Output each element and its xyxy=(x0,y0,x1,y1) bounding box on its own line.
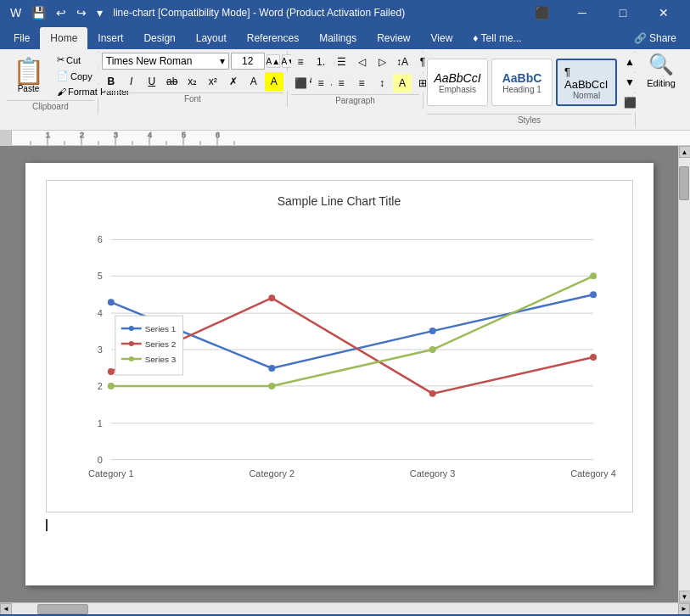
svg-point-45 xyxy=(590,354,597,361)
ribbon: 📋 Paste ✂ Cut 📄 Copy 🖌 Format Painter Cl… xyxy=(0,49,690,131)
scroll-left-button[interactable]: ◄ xyxy=(0,603,12,615)
word-icon[interactable]: W xyxy=(7,4,25,21)
tab-mailings[interactable]: Mailings xyxy=(309,27,367,49)
tab-layout[interactable]: Layout xyxy=(186,27,237,49)
svg-text:2: 2 xyxy=(97,381,102,391)
font-label: Font xyxy=(102,92,283,105)
customize-qa-button[interactable]: ▾ xyxy=(93,4,106,21)
horizontal-scrollbar[interactable]: ◄ ► xyxy=(0,602,690,614)
svg-point-40 xyxy=(429,328,435,334)
style-emphasis[interactable]: AaBbCcI Emphasis xyxy=(427,59,488,106)
svg-point-58 xyxy=(128,356,133,361)
svg-text:Category 2: Category 2 xyxy=(249,468,295,479)
style-emphasis-label: Emphasis xyxy=(439,85,476,94)
paste-button[interactable]: 📋 Paste xyxy=(7,56,50,96)
tab-file[interactable]: File xyxy=(3,27,40,49)
scroll-up-button[interactable]: ▲ xyxy=(679,146,691,158)
styles-label: Styles xyxy=(427,114,631,126)
svg-point-38 xyxy=(107,299,114,305)
text-highlight-button[interactable]: A xyxy=(265,72,283,91)
ribbon-collapse-button[interactable]: ⬛ xyxy=(522,0,561,25)
h-scroll-track[interactable] xyxy=(12,603,678,614)
subscript-button[interactable]: x₂ xyxy=(183,72,202,91)
document-scroll-area[interactable]: Sample Line Chart Title xyxy=(0,146,678,602)
style-heading1-preview: AaBbC xyxy=(502,71,542,85)
svg-point-52 xyxy=(128,326,133,331)
save-button[interactable]: 💾 xyxy=(28,4,49,21)
h-scroll-thumb[interactable] xyxy=(37,604,88,614)
svg-point-49 xyxy=(590,272,597,279)
tab-view[interactable]: View xyxy=(421,27,463,49)
font-size-selector[interactable]: 12 xyxy=(231,53,265,70)
superscript-button[interactable]: x² xyxy=(204,72,222,91)
minimize-button[interactable]: ─ xyxy=(563,0,602,25)
line-spacing-button[interactable]: ↕ xyxy=(373,74,391,92)
bold-button[interactable]: B xyxy=(102,72,121,91)
scroll-right-button[interactable]: ► xyxy=(678,603,690,615)
strikethrough-button[interactable]: ab xyxy=(163,72,182,91)
shading-button[interactable]: A xyxy=(393,74,412,92)
svg-text:Series 2: Series 2 xyxy=(144,339,176,349)
font-name-dropdown-icon: ▾ xyxy=(220,55,225,67)
tab-home[interactable]: Home xyxy=(40,27,87,49)
tab-tell-me[interactable]: ♦ Tell me... xyxy=(463,27,531,49)
sort-button[interactable]: ↕A xyxy=(393,53,412,71)
increase-indent-button[interactable]: ▷ xyxy=(373,53,391,71)
svg-point-42 xyxy=(107,368,114,375)
svg-text:3: 3 xyxy=(97,344,102,355)
clear-format-button[interactable]: ✗ xyxy=(224,72,243,91)
chart-area: 0 1 2 3 4 5 6 Category 1 Category 2 Cate… xyxy=(60,218,619,498)
decrease-indent-button[interactable]: ◁ xyxy=(352,53,371,71)
vertical-scrollbar[interactable]: ▲ ▼ xyxy=(678,146,690,602)
style-normal-label: Normal xyxy=(573,91,600,100)
editing-label: Editing xyxy=(647,78,676,88)
align-center-button[interactable]: ≡ xyxy=(311,74,330,92)
svg-point-41 xyxy=(590,291,597,298)
justify-button[interactable]: ≡ xyxy=(352,74,371,92)
bullets-button[interactable]: ≡ xyxy=(291,53,310,71)
tab-design[interactable]: Design xyxy=(133,27,185,49)
svg-text:Series 1: Series 1 xyxy=(144,324,176,333)
undo-button[interactable]: ↩ xyxy=(53,4,70,21)
numbering-button[interactable]: 1. xyxy=(311,53,330,71)
svg-text:Category 4: Category 4 xyxy=(570,468,616,479)
share-button[interactable]: 🔗 Share xyxy=(624,27,687,49)
svg-text:Category 1: Category 1 xyxy=(88,468,134,479)
svg-text:0: 0 xyxy=(97,455,102,465)
restore-button[interactable]: □ xyxy=(603,0,642,25)
paste-label: Paste xyxy=(18,84,40,93)
scroll-down-button[interactable]: ▼ xyxy=(679,591,691,602)
multilevel-list-button[interactable]: ☰ xyxy=(332,53,351,71)
align-right-button[interactable]: ≡ xyxy=(332,74,351,92)
underline-button[interactable]: U xyxy=(143,72,161,91)
style-normal[interactable]: ¶ AaBbCcI Normal xyxy=(556,59,617,106)
redo-button[interactable]: ↪ xyxy=(73,4,90,21)
tab-references[interactable]: References xyxy=(237,27,309,49)
text-effects-button[interactable]: A xyxy=(244,72,263,91)
font-name-value: Times New Roman xyxy=(106,55,193,67)
svg-point-46 xyxy=(107,383,114,389)
tab-review[interactable]: Review xyxy=(367,27,420,49)
align-left-button[interactable]: ⬛ xyxy=(291,74,310,92)
font-grow-button[interactable]: A▲ xyxy=(266,54,280,68)
italic-button[interactable]: I xyxy=(122,72,141,91)
font-name-selector[interactable]: Times New Roman ▾ xyxy=(102,53,229,70)
style-heading1[interactable]: AaBbC Heading 1 xyxy=(491,59,553,106)
svg-point-44 xyxy=(429,390,435,397)
styles-group: AaBbCcI Emphasis AaBbC Heading 1 ¶ AaBbC… xyxy=(424,51,636,128)
svg-text:Series 3: Series 3 xyxy=(144,355,176,364)
font-group: Times New Roman ▾ 12 A▲ A▼ B I U ab x₂ x… xyxy=(98,51,288,107)
scroll-thumb[interactable] xyxy=(679,166,689,200)
svg-text:2: 2 xyxy=(80,131,84,139)
cursor-indicator xyxy=(46,519,48,531)
svg-point-55 xyxy=(128,341,133,346)
tab-insert[interactable]: Insert xyxy=(87,27,133,49)
ruler: 1 2 3 4 5 6 xyxy=(0,131,690,146)
paste-icon: 📋 xyxy=(13,59,44,84)
clipboard-label: Clipboard xyxy=(7,100,94,113)
scroll-track[interactable] xyxy=(679,158,690,591)
svg-point-47 xyxy=(268,383,275,389)
title-bar: W 💾 ↩ ↪ ▾ line-chart [Compatibility Mode… xyxy=(0,0,690,25)
paragraph-group: ≡ 1. ☰ ◁ ▷ ↕A ¶ ⬛ ≡ ≡ ≡ ↕ A ⊞ Paragraph xyxy=(288,51,424,109)
close-button[interactable]: ✕ xyxy=(644,0,683,25)
